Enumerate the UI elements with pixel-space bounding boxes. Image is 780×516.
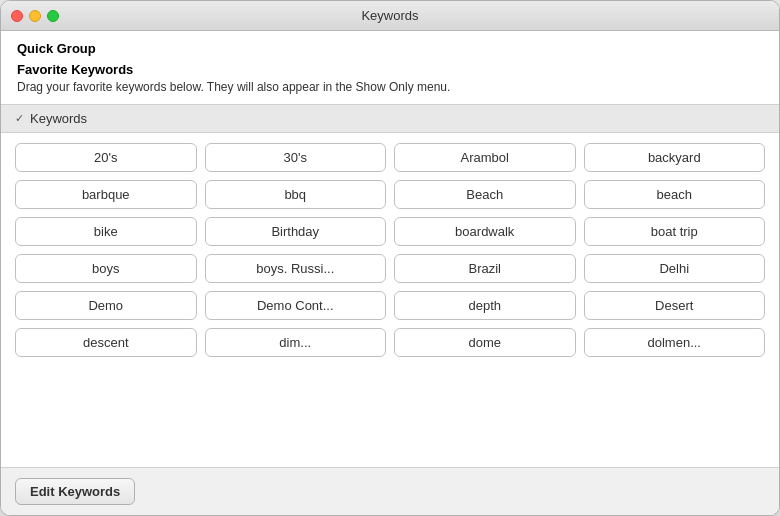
keywords-grid-container: 20's30'sArambolbackyardbarbquebbqBeachbe… — [1, 133, 779, 467]
keyword-button[interactable]: descent — [15, 328, 197, 357]
chevron-down-icon: ✓ — [15, 112, 24, 125]
keyword-button[interactable]: Delhi — [584, 254, 766, 283]
keyword-button[interactable]: beach — [584, 180, 766, 209]
keyword-button[interactable]: Demo Cont... — [205, 291, 387, 320]
maximize-button[interactable] — [47, 10, 59, 22]
close-button[interactable] — [11, 10, 23, 22]
favorite-keywords-title: Favorite Keywords — [17, 62, 763, 77]
keyword-button[interactable]: bike — [15, 217, 197, 246]
keyword-button[interactable]: Beach — [394, 180, 576, 209]
quick-group-title: Quick Group — [17, 41, 763, 56]
keyword-button[interactable]: boys. Russi... — [205, 254, 387, 283]
keyword-button[interactable]: dome — [394, 328, 576, 357]
keywords-section-header[interactable]: ✓ Keywords — [1, 105, 779, 133]
keyword-button[interactable]: barbque — [15, 180, 197, 209]
edit-keywords-button[interactable]: Edit Keywords — [15, 478, 135, 505]
favorite-keywords-desc: Drag your favorite keywords below. They … — [17, 79, 763, 96]
keyword-button[interactable]: 20's — [15, 143, 197, 172]
window-title: Keywords — [361, 8, 418, 23]
keyword-button[interactable]: boat trip — [584, 217, 766, 246]
window-content: Quick Group Favorite Keywords Drag your … — [1, 31, 779, 515]
minimize-button[interactable] — [29, 10, 41, 22]
quick-group-section: Quick Group Favorite Keywords Drag your … — [1, 31, 779, 105]
keyword-button[interactable]: dolmen... — [584, 328, 766, 357]
keyword-button[interactable]: Desert — [584, 291, 766, 320]
main-window: Keywords Quick Group Favorite Keywords D… — [0, 0, 780, 516]
keyword-button[interactable]: boys — [15, 254, 197, 283]
keyword-button[interactable]: 30's — [205, 143, 387, 172]
keyword-button[interactable]: bbq — [205, 180, 387, 209]
traffic-lights — [11, 10, 59, 22]
keyword-button[interactable]: depth — [394, 291, 576, 320]
keywords-grid: 20's30'sArambolbackyardbarbquebbqBeachbe… — [15, 143, 765, 357]
keyword-button[interactable]: boardwalk — [394, 217, 576, 246]
footer: Edit Keywords — [1, 467, 779, 515]
title-bar: Keywords — [1, 1, 779, 31]
keyword-button[interactable]: Brazil — [394, 254, 576, 283]
keyword-button[interactable]: dim... — [205, 328, 387, 357]
keyword-button[interactable]: Arambol — [394, 143, 576, 172]
keyword-button[interactable]: backyard — [584, 143, 766, 172]
keyword-button[interactable]: Birthday — [205, 217, 387, 246]
keywords-header-label: Keywords — [30, 111, 87, 126]
keyword-button[interactable]: Demo — [15, 291, 197, 320]
